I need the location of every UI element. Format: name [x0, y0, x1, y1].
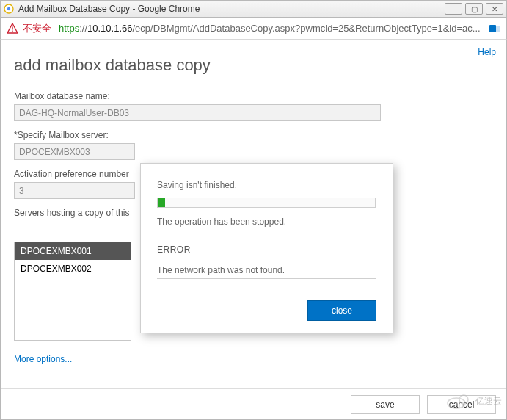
cancel-button[interactable]: cancel — [427, 395, 496, 414]
divider — [157, 278, 376, 279]
address-bar: 不安全 https://10.10.1.66/ecp/DBMgmt/AddDat… — [0, 18, 507, 40]
favicon-icon — [4, 4, 14, 14]
close-button[interactable]: close — [307, 300, 376, 321]
insecure-label: 不安全 — [23, 22, 51, 35]
server-list[interactable]: DPOCEXMBX001 DPOCEXMBX002 — [14, 242, 131, 341]
window-controls: — ▢ ✕ — [445, 3, 503, 15]
page-footer: save cancel — [1, 388, 506, 419]
svg-point-1 — [7, 7, 10, 10]
pref-input[interactable] — [14, 182, 135, 199]
list-item[interactable]: DPOCEXMBX002 — [15, 260, 131, 278]
page-canvas: Help add mailbox database copy Mailbox d… — [0, 40, 507, 420]
window-titlebar: Add Mailbox Database Copy - Google Chrom… — [0, 0, 507, 18]
url-text[interactable]: https://10.10.1.66/ecp/DBMgmt/AddDatabas… — [59, 23, 483, 34]
window-title: Add Mailbox Database Copy - Google Chrom… — [18, 4, 200, 14]
db-name-label: Mailbox database name: — [14, 91, 493, 101]
svg-rect-4 — [489, 25, 496, 32]
error-heading: ERROR — [157, 245, 376, 255]
saving-status-text: Saving isn't finished. — [157, 180, 376, 190]
db-name-input[interactable] — [14, 104, 381, 121]
svg-rect-5 — [496, 26, 500, 32]
minimize-button[interactable]: — — [445, 3, 462, 15]
server-label: *Specify Mailbox server: — [14, 130, 493, 140]
list-item[interactable]: DPOCEXMBX001 — [15, 242, 131, 260]
help-link[interactable]: Help — [478, 47, 496, 57]
stopped-status-text: The operation has been stopped. — [157, 217, 376, 227]
window-close-button[interactable]: ✕ — [486, 3, 503, 15]
progress-fill — [158, 198, 165, 207]
page-title: add mailbox database copy — [1, 40, 506, 75]
server-input[interactable] — [14, 143, 135, 160]
svg-rect-2 — [12, 26, 12, 29]
error-message: The network path was not found. — [157, 265, 376, 275]
outlook-app-icon — [489, 23, 500, 35]
save-button[interactable]: save — [351, 395, 420, 414]
insecure-warning-icon — [7, 23, 18, 35]
svg-rect-3 — [12, 30, 12, 31]
error-dialog: Saving isn't finished. The operation has… — [140, 163, 393, 333]
more-options-link[interactable]: More options... — [14, 354, 72, 364]
maximize-button[interactable]: ▢ — [465, 3, 483, 15]
progress-bar — [157, 198, 376, 208]
